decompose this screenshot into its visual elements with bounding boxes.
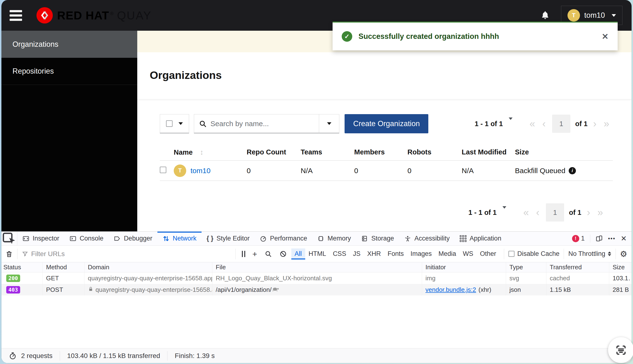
notification-bell-icon[interactable] — [540, 10, 550, 20]
initiator-suffix: (xhr) — [478, 286, 491, 294]
filter-urls-field[interactable] — [22, 250, 231, 258]
request-type: json — [506, 284, 546, 296]
inspector-icon — [22, 235, 30, 242]
filter-xhr[interactable]: XHR — [364, 248, 384, 260]
column-repo-count: Repo Count — [247, 148, 301, 156]
current-page-input[interactable]: 1 — [546, 203, 564, 222]
search-field[interactable] — [194, 114, 319, 133]
net-column-method[interactable]: Method — [43, 262, 85, 272]
sidebar-item-organizations[interactable]: Organizations — [2, 31, 137, 58]
per-page-dropdown[interactable] — [509, 120, 512, 128]
funnel-icon — [22, 250, 28, 257]
filter-images[interactable]: Images — [407, 248, 435, 260]
prev-page-button[interactable]: ‹ — [539, 119, 549, 129]
net-column-status[interactable]: Status — [2, 262, 43, 272]
redhat-logo-icon — [37, 7, 53, 24]
hamburger-menu-icon[interactable] — [2, 10, 30, 21]
tab-console[interactable]: Console — [64, 232, 109, 245]
pause-icon[interactable] — [242, 251, 245, 257]
text-scan-button[interactable] — [608, 337, 633, 363]
throttling-select[interactable]: No Throttling — [568, 250, 611, 258]
tab-debugger[interactable]: Debugger — [109, 232, 157, 245]
filter-js[interactable]: JS — [350, 248, 364, 260]
search-input[interactable] — [210, 120, 314, 128]
pagination-range: 1 - 1 of 1 — [475, 120, 503, 128]
sort-icon[interactable]: ↕ — [200, 148, 204, 156]
clear-requests-icon[interactable] — [5, 250, 13, 258]
devtools-menu-icon[interactable]: ••• — [608, 235, 615, 242]
toast-close-icon[interactable]: ✕ — [602, 32, 609, 41]
requests-count[interactable]: 2 requests — [2, 348, 60, 363]
tab-network[interactable]: Network — [157, 232, 202, 245]
info-icon[interactable]: i — [569, 167, 576, 174]
registered-mark: ® — [110, 11, 114, 16]
per-page-dropdown[interactable] — [502, 208, 506, 216]
search-requests-icon[interactable] — [264, 250, 272, 258]
quay-logo: RED HAT ® QUAY — [37, 7, 152, 24]
pick-element-icon[interactable] — [2, 232, 17, 245]
last-page-button[interactable]: » — [594, 208, 606, 218]
search-options-dropdown[interactable] — [319, 114, 339, 133]
net-column-domain[interactable]: Domain — [85, 262, 212, 272]
network-request-row[interactable]: 403 POST quayregistry-quay-quay-enterpri… — [2, 284, 631, 296]
initiator-link[interactable]: vendor.bundle.js:2 — [425, 286, 476, 294]
network-settings-gear-icon[interactable]: ⚙ — [620, 249, 627, 259]
net-column-size[interactable]: Size — [609, 262, 630, 272]
block-requests-icon[interactable] — [279, 250, 287, 258]
net-column-type[interactable]: Type — [506, 262, 546, 272]
disable-cache-control: Disable Cache — [508, 250, 559, 258]
first-page-button[interactable]: « — [520, 208, 532, 218]
tab-style-editor[interactable]: { } Style Editor — [202, 232, 255, 245]
tab-memory[interactable]: Memory — [312, 232, 356, 245]
network-empty-area — [2, 296, 631, 348]
filter-html[interactable]: HTML — [305, 248, 330, 260]
toast-message: Successfully created organization hhhh — [358, 32, 499, 41]
user-name: tom10 — [584, 11, 605, 20]
filter-ws[interactable]: WS — [459, 248, 477, 260]
responsive-design-mode-icon[interactable] — [595, 235, 603, 242]
tab-accessibility[interactable]: Accessibility — [399, 232, 455, 245]
column-name: Name↕ — [174, 148, 247, 156]
bulk-select-checkbox[interactable] — [166, 120, 173, 127]
tab-inspector[interactable]: Inspector — [17, 232, 64, 245]
scan-text-icon — [614, 344, 627, 356]
filter-media[interactable]: Media — [435, 248, 459, 260]
search-box — [194, 114, 339, 133]
pagination-bottom: 1 - 1 of 1 « ‹ 1 of 1 › » — [468, 203, 606, 222]
devtools-close-icon[interactable]: ✕ — [621, 234, 627, 243]
cell-teams: N/A — [301, 167, 354, 175]
tab-performance[interactable]: Performance — [255, 232, 312, 245]
tab-application[interactable]: Application — [455, 232, 506, 245]
filter-other[interactable]: Other — [476, 248, 500, 260]
error-count-badge[interactable]: ! 1 — [572, 235, 585, 242]
new-request-icon[interactable]: + — [252, 250, 257, 258]
current-page-input[interactable]: 1 — [552, 114, 570, 133]
disable-cache-checkbox[interactable] — [508, 251, 514, 257]
pagination-range: 1 - 1 of 1 — [468, 208, 497, 216]
net-column-file[interactable]: File — [212, 262, 422, 272]
last-page-button[interactable]: » — [600, 119, 613, 129]
first-page-button[interactable]: « — [526, 119, 539, 129]
filter-css[interactable]: CSS — [329, 248, 350, 260]
sidebar-item-repositories[interactable]: Repositories — [2, 58, 137, 85]
org-name-link[interactable]: tom10 — [191, 167, 210, 175]
net-column-transferred[interactable]: Transferred — [546, 262, 609, 272]
create-organization-button[interactable]: Create Organization — [345, 114, 428, 133]
filter-all[interactable]: All — [291, 248, 305, 260]
filter-fonts[interactable]: Fonts — [384, 248, 407, 260]
prev-page-button[interactable]: ‹ — [532, 208, 543, 218]
next-page-button[interactable]: › — [583, 208, 594, 218]
network-request-row[interactable]: 200 GET quayregistry-quay-quay-enterpris… — [2, 272, 631, 284]
row-checkbox[interactable] — [160, 167, 166, 173]
request-method: POST — [43, 284, 85, 296]
column-teams: Teams — [301, 148, 354, 156]
net-column-initiator[interactable]: Initiator — [422, 262, 506, 272]
filter-urls-input[interactable] — [31, 250, 231, 258]
bulk-select-dropdown[interactable] — [160, 114, 189, 133]
tab-storage[interactable]: Storage — [356, 232, 399, 245]
next-page-button[interactable]: › — [589, 119, 600, 129]
cell-repo-count: 0 — [247, 167, 301, 175]
app-body: Organizations Repositories Organizations — [2, 31, 631, 232]
network-status-bar: 2 requests 103.40 kB / 1.15 kB transferr… — [2, 348, 631, 363]
accessibility-icon — [404, 235, 411, 242]
